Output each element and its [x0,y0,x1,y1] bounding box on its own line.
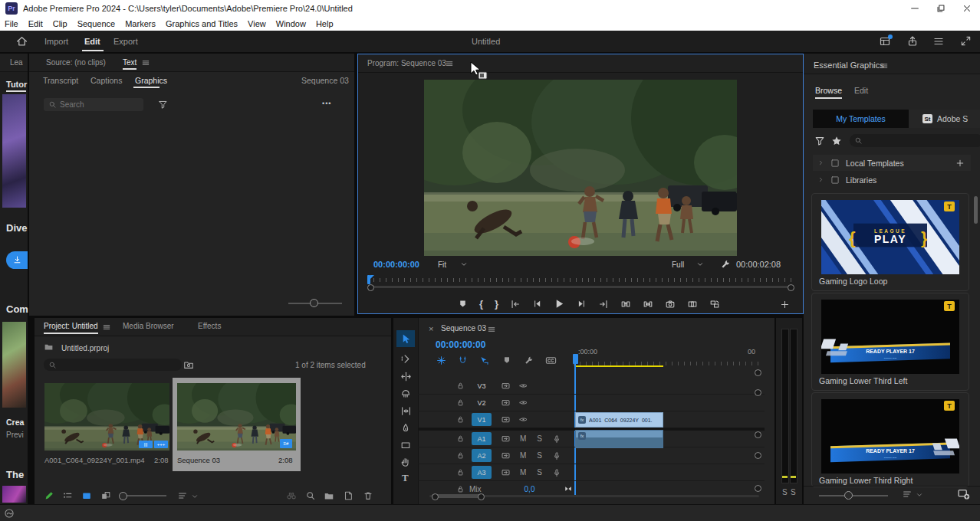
program-monitor-title[interactable]: Program: Sequence 03 [367,59,446,67]
learn-thumbnail[interactable] [2,94,26,208]
lift-icon[interactable] [620,299,631,310]
mix-track-label[interactable]: Mix [469,485,482,493]
text-panel-menu-icon[interactable] [141,58,150,67]
voiceover-record-icon[interactable] [552,434,561,444]
play-icon[interactable] [554,298,565,310]
timeline-video-clip[interactable]: fx A001_C064_09224Y_001. [575,412,663,428]
eg-star-icon[interactable] [831,136,842,146]
source-patch-icon[interactable] [501,415,511,424]
video-scroll-handle-top[interactable] [755,369,761,376]
sort-chevron-icon[interactable] [191,493,199,500]
go-to-out-icon[interactable] [598,299,609,310]
creative-cloud-icon[interactable] [4,508,15,519]
new-bin-icon[interactable] [324,490,334,501]
playback-resolution-dropdown[interactable]: Full [672,258,716,270]
text-panel-more-icon[interactable]: ••• [322,100,331,107]
checkbox-icon[interactable] [830,175,840,185]
project-writable-icon[interactable] [44,490,54,501]
learn-thumbnail-3[interactable] [2,486,26,503]
icon-view-icon[interactable] [81,490,92,501]
timeline-h-scrollbar-handle[interactable] [432,494,482,498]
eg-sort-chevron-icon[interactable] [916,491,923,499]
source-patch-icon[interactable] [501,467,511,477]
program-scroll-left-handle[interactable] [367,284,374,291]
track-label-v2[interactable]: V2 [472,396,492,409]
audio-scroll-handle-top[interactable] [755,431,761,438]
solo-button[interactable]: S [537,468,542,477]
new-item-icon[interactable] [343,490,354,501]
snap-icon[interactable] [458,356,468,365]
menu-help[interactable]: Help [316,19,334,28]
go-to-in-icon[interactable] [510,299,521,310]
source-patch-icon[interactable] [501,434,511,444]
tab-transcript[interactable]: Transcript [43,76,78,85]
selection-tool[interactable] [396,330,415,347]
type-tool[interactable]: T [402,472,409,484]
program-timecode[interactable]: 00:00:00:00 [373,260,419,269]
project-search-box[interactable] [44,359,182,371]
nest-toggle-icon[interactable] [436,356,446,365]
search-bin-icon[interactable] [183,359,194,370]
tutorials-tab-label[interactable]: Tutor [6,80,27,89]
timeline-settings-wrench-icon[interactable] [524,356,534,365]
track-label-v1[interactable]: V1 [472,413,492,426]
solo-button[interactable]: S [537,434,542,443]
step-back-icon[interactable] [532,299,542,309]
source-patch-icon[interactable] [501,398,511,408]
text-panel-tab[interactable]: Text [123,58,136,70]
project-menu-icon[interactable] [102,323,111,332]
toggle-track-output-icon[interactable] [518,381,528,391]
install-mogrt-icon[interactable] [957,487,970,500]
learn-thumbnail-2[interactable] [2,322,26,408]
browse-tab[interactable]: Browse [815,86,842,99]
multicam-icon[interactable] [709,299,720,310]
lock-icon[interactable] [456,485,465,493]
eg-thumb-zoom-knob[interactable] [844,491,853,500]
linked-selection-icon[interactable] [479,356,489,365]
program-scroll-right-handle[interactable] [788,284,794,291]
menu-window[interactable]: Window [276,19,306,28]
eg-scrollbar[interactable] [974,196,978,224]
template-card-lower-third-left[interactable]: READY PLAYER 17 ••••••• •••• T Gaming Lo… [811,293,969,391]
minimize-button[interactable] [902,0,928,17]
fullscreen-icon[interactable] [960,35,972,47]
timeline-playhead-head[interactable] [573,354,578,364]
filter-icon[interactable] [158,100,168,110]
audio-scroll-handle-bottom[interactable] [755,452,761,459]
freeform-view-icon[interactable] [100,490,111,501]
toggle-track-output-icon[interactable] [518,415,528,424]
my-templates-toggle[interactable]: My Templates [813,110,909,128]
toggle-track-output-icon[interactable] [518,398,528,408]
delete-icon[interactable] [363,490,373,501]
lock-icon[interactable] [456,415,465,424]
mute-button[interactable]: M [520,468,526,477]
template-card-logo-loop[interactable]: LEAGUE PLAY { } T Gaming Logo Loop [811,193,969,291]
mix-scroll-handle[interactable] [755,485,761,492]
list-view-icon[interactable] [62,490,73,501]
lock-icon[interactable] [456,398,465,407]
track-label-v3[interactable]: V3 [472,379,492,392]
track-label-a2[interactable]: A2 [472,449,492,462]
program-menu-icon[interactable] [445,59,454,68]
timeline-timecode[interactable]: 00:00:00:00 [436,339,485,350]
timeline-tab-close-icon[interactable]: × [429,324,433,333]
zoom-level-dropdown[interactable]: Fit [438,258,482,270]
clip-name[interactable]: A001_C064_09224Y_001.mp4 [44,456,144,464]
learn-tab-label[interactable]: Lea [10,58,23,67]
thumbnail-zoom-knob[interactable] [119,492,127,500]
thumbnail-zoom-slider[interactable] [120,495,166,496]
menu-clip[interactable]: Clip [53,19,67,28]
menu-file[interactable]: File [5,19,18,28]
tree-item-libraries[interactable]: Libraries [813,172,971,188]
eg-search-box[interactable] [850,134,980,147]
essential-graphics-title[interactable]: Essential Graphics [814,61,884,70]
captions-icon[interactable] [545,355,557,366]
comparison-view-icon[interactable] [687,299,698,310]
mute-button[interactable]: M [520,434,526,443]
track-label-a3[interactable]: A3 [472,466,492,479]
close-button[interactable] [954,0,980,17]
slip-tool[interactable] [400,405,412,417]
rectangle-tool[interactable] [400,440,411,451]
workspaces-icon[interactable] [932,35,945,48]
sort-icons-icon[interactable] [177,490,188,501]
